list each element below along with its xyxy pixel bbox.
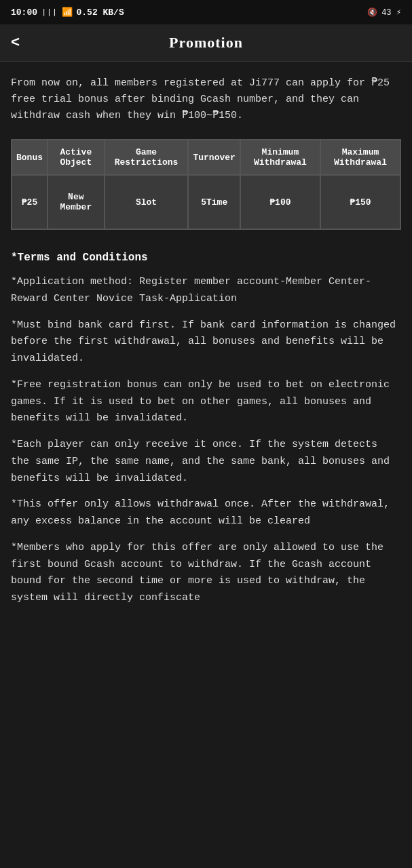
- mute-icon: 🔇: [367, 7, 377, 18]
- terms-section: *Terms and Conditions *Application metho…: [11, 249, 401, 607]
- col-bonus: Bonus: [12, 140, 48, 175]
- wifi-icon: 📶: [62, 7, 73, 18]
- cell-max-withdrawal: ₱150: [320, 175, 400, 229]
- promo-table: Bonus Active Object Game Restrictions Tu…: [11, 139, 401, 230]
- col-max-withdrawal: Maximum Withdrawal: [320, 140, 400, 175]
- signal-icon: ❘❘❘: [41, 7, 57, 18]
- terms-title: *Terms and Conditions: [11, 249, 401, 267]
- cell-bonus: ₱25: [12, 175, 48, 229]
- col-game-restrictions: Game Restrictions: [105, 140, 189, 175]
- header: < Promotion: [0, 24, 412, 62]
- cell-active-object: New Member: [48, 175, 105, 229]
- table-body: ₱25 New Member Slot 5Time ₱100 ₱150: [12, 175, 400, 229]
- terms-item-2: *Must bind bank card first. If bank card…: [11, 317, 401, 368]
- battery-icon: ⚡: [396, 8, 401, 18]
- table-row: ₱25 New Member Slot 5Time ₱100 ₱150: [12, 175, 400, 229]
- page-title: Promotion: [169, 34, 243, 52]
- time-display: 10:00: [11, 7, 37, 18]
- cell-game-restrictions: Slot: [105, 175, 189, 229]
- main-content: From now on, all members registered at J…: [0, 62, 412, 630]
- col-turnover: Turnover: [188, 140, 240, 175]
- cell-min-withdrawal: ₱100: [240, 175, 320, 229]
- intro-text: From now on, all members registered at J…: [11, 75, 401, 124]
- data-speed: 0.52 KB/S: [77, 7, 124, 18]
- status-bar: 10:00 ❘❘❘ 📶 0.52 KB/S 🔇 43 ⚡: [0, 0, 412, 24]
- terms-item-5: *This offer only allows withdrawal once.…: [11, 496, 401, 530]
- col-min-withdrawal: Minimum Withdrawal: [240, 140, 320, 175]
- cell-turnover: 5Time: [188, 175, 240, 229]
- col-active-object: Active Object: [48, 140, 105, 175]
- table-header: Bonus Active Object Game Restrictions Tu…: [12, 140, 400, 175]
- terms-item-3: *Free registration bonus can only be use…: [11, 377, 401, 427]
- table-header-row: Bonus Active Object Game Restrictions Tu…: [12, 140, 400, 175]
- battery-display: 43 ⚡: [381, 7, 401, 18]
- status-left: 10:00 ❘❘❘ 📶 0.52 KB/S: [11, 7, 124, 18]
- terms-item-1: *Application method: Register member acc…: [11, 274, 401, 308]
- terms-item-6: *Members who apply for this offer are on…: [11, 540, 401, 607]
- back-button[interactable]: <: [11, 35, 20, 52]
- terms-item-4: *Each player can only receive it once. I…: [11, 437, 401, 487]
- status-right: 🔇 43 ⚡: [367, 7, 401, 18]
